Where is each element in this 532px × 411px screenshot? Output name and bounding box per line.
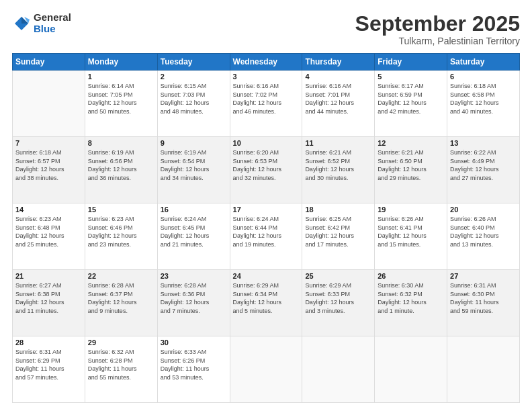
day-number: 18 xyxy=(305,205,371,214)
day-info: Sunrise: 6:28 AM Sunset: 6:37 PM Dayligh… xyxy=(88,281,154,315)
title-block: September 2025 Tulkarm, Palestinian Terr… xyxy=(355,12,520,46)
day-info: Sunrise: 6:23 AM Sunset: 6:48 PM Dayligh… xyxy=(15,215,82,248)
day-number: 26 xyxy=(378,272,444,280)
day-info: Sunrise: 6:19 AM Sunset: 6:56 PM Dayligh… xyxy=(88,148,154,182)
day-info: Sunrise: 6:28 AM Sunset: 6:36 PM Dayligh… xyxy=(161,281,227,315)
day-number: 3 xyxy=(233,73,300,81)
table-row: 18Sunrise: 6:25 AM Sunset: 6:42 PM Dayli… xyxy=(302,203,375,270)
table-row: 21Sunrise: 6:27 AM Sunset: 6:38 PM Dayli… xyxy=(13,270,85,336)
day-info: Sunrise: 6:16 AM Sunset: 7:02 PM Dayligh… xyxy=(233,82,300,116)
day-number: 14 xyxy=(15,205,82,214)
day-info: Sunrise: 6:27 AM Sunset: 6:38 PM Dayligh… xyxy=(15,281,82,315)
table-row xyxy=(13,71,85,137)
day-number: 24 xyxy=(233,272,300,280)
day-number: 28 xyxy=(15,338,82,347)
day-number: 11 xyxy=(305,139,371,147)
month-title: September 2025 xyxy=(355,12,520,36)
table-row: 8Sunrise: 6:19 AM Sunset: 6:56 PM Daylig… xyxy=(85,137,157,203)
day-number: 4 xyxy=(305,73,371,81)
header-sunday: Sunday xyxy=(13,54,85,71)
day-number: 29 xyxy=(88,338,154,347)
logo-text: General Blue xyxy=(34,12,71,34)
table-row xyxy=(447,336,520,403)
calendar-week-row: 21Sunrise: 6:27 AM Sunset: 6:38 PM Dayli… xyxy=(13,270,520,336)
header: General Blue September 2025 Tulkarm, Pal… xyxy=(12,12,520,46)
header-friday: Friday xyxy=(375,54,447,71)
day-info: Sunrise: 6:21 AM Sunset: 6:50 PM Dayligh… xyxy=(378,148,444,182)
table-row: 4Sunrise: 6:16 AM Sunset: 7:01 PM Daylig… xyxy=(302,71,375,137)
day-info: Sunrise: 6:14 AM Sunset: 7:05 PM Dayligh… xyxy=(88,82,154,116)
table-row: 5Sunrise: 6:17 AM Sunset: 6:59 PM Daylig… xyxy=(375,71,447,137)
logo-blue-text: Blue xyxy=(34,24,71,35)
day-number: 12 xyxy=(378,139,444,147)
day-number: 13 xyxy=(450,139,517,147)
day-number: 10 xyxy=(233,139,300,147)
header-tuesday: Tuesday xyxy=(157,54,230,71)
day-number: 22 xyxy=(88,272,154,280)
table-row: 30Sunrise: 6:33 AM Sunset: 6:26 PM Dayli… xyxy=(157,336,230,403)
logo-general-text: General xyxy=(34,12,71,24)
day-info: Sunrise: 6:16 AM Sunset: 7:01 PM Dayligh… xyxy=(305,82,371,116)
table-row: 20Sunrise: 6:26 AM Sunset: 6:40 PM Dayli… xyxy=(447,203,520,270)
header-thursday: Thursday xyxy=(302,54,375,71)
day-number: 16 xyxy=(161,205,227,214)
day-info: Sunrise: 6:20 AM Sunset: 6:53 PM Dayligh… xyxy=(233,148,300,182)
table-row xyxy=(302,336,375,403)
day-info: Sunrise: 6:25 AM Sunset: 6:42 PM Dayligh… xyxy=(305,215,371,248)
table-row: 1Sunrise: 6:14 AM Sunset: 7:05 PM Daylig… xyxy=(85,71,157,137)
day-number: 23 xyxy=(161,272,227,280)
day-info: Sunrise: 6:30 AM Sunset: 6:32 PM Dayligh… xyxy=(378,281,444,315)
table-row: 26Sunrise: 6:30 AM Sunset: 6:32 PM Dayli… xyxy=(375,270,447,336)
header-saturday: Saturday xyxy=(447,54,520,71)
table-row: 12Sunrise: 6:21 AM Sunset: 6:50 PM Dayli… xyxy=(375,137,447,203)
day-info: Sunrise: 6:17 AM Sunset: 6:59 PM Dayligh… xyxy=(378,82,444,116)
calendar-header-row: Sunday Monday Tuesday Wednesday Thursday… xyxy=(13,54,520,71)
table-row: 27Sunrise: 6:31 AM Sunset: 6:30 PM Dayli… xyxy=(447,270,520,336)
table-row xyxy=(230,336,302,403)
table-row: 23Sunrise: 6:28 AM Sunset: 6:36 PM Dayli… xyxy=(157,270,230,336)
day-number: 15 xyxy=(88,205,154,214)
day-info: Sunrise: 6:21 AM Sunset: 6:52 PM Dayligh… xyxy=(305,148,371,182)
table-row: 29Sunrise: 6:32 AM Sunset: 6:28 PM Dayli… xyxy=(85,336,157,403)
page: General Blue September 2025 Tulkarm, Pal… xyxy=(0,0,532,411)
day-info: Sunrise: 6:32 AM Sunset: 6:28 PM Dayligh… xyxy=(88,348,154,381)
table-row: 11Sunrise: 6:21 AM Sunset: 6:52 PM Dayli… xyxy=(302,137,375,203)
table-row: 6Sunrise: 6:18 AM Sunset: 6:58 PM Daylig… xyxy=(447,71,520,137)
table-row: 10Sunrise: 6:20 AM Sunset: 6:53 PM Dayli… xyxy=(230,137,302,203)
day-number: 5 xyxy=(378,73,444,81)
location: Tulkarm, Palestinian Territory xyxy=(355,36,520,46)
day-info: Sunrise: 6:31 AM Sunset: 6:30 PM Dayligh… xyxy=(450,281,517,315)
table-row: 17Sunrise: 6:24 AM Sunset: 6:44 PM Dayli… xyxy=(230,203,302,270)
day-number: 30 xyxy=(161,338,227,347)
calendar-week-row: 14Sunrise: 6:23 AM Sunset: 6:48 PM Dayli… xyxy=(13,203,520,270)
day-info: Sunrise: 6:24 AM Sunset: 6:45 PM Dayligh… xyxy=(161,215,227,248)
day-info: Sunrise: 6:19 AM Sunset: 6:54 PM Dayligh… xyxy=(161,148,227,182)
day-info: Sunrise: 6:29 AM Sunset: 6:34 PM Dayligh… xyxy=(233,281,300,315)
day-number: 21 xyxy=(15,272,82,280)
day-number: 8 xyxy=(88,139,154,147)
day-info: Sunrise: 6:22 AM Sunset: 6:49 PM Dayligh… xyxy=(450,148,517,182)
day-number: 27 xyxy=(450,272,517,280)
day-info: Sunrise: 6:26 AM Sunset: 6:41 PM Dayligh… xyxy=(378,215,444,248)
table-row: 15Sunrise: 6:23 AM Sunset: 6:46 PM Dayli… xyxy=(85,203,157,270)
table-row: 24Sunrise: 6:29 AM Sunset: 6:34 PM Dayli… xyxy=(230,270,302,336)
day-info: Sunrise: 6:18 AM Sunset: 6:58 PM Dayligh… xyxy=(450,82,517,116)
day-number: 1 xyxy=(88,73,154,81)
day-info: Sunrise: 6:18 AM Sunset: 6:57 PM Dayligh… xyxy=(15,148,82,182)
table-row: 2Sunrise: 6:15 AM Sunset: 7:03 PM Daylig… xyxy=(157,71,230,137)
day-number: 7 xyxy=(15,139,82,147)
calendar-table: Sunday Monday Tuesday Wednesday Thursday… xyxy=(12,53,520,403)
table-row: 28Sunrise: 6:31 AM Sunset: 6:29 PM Dayli… xyxy=(13,336,85,403)
day-number: 19 xyxy=(378,205,444,214)
table-row: 13Sunrise: 6:22 AM Sunset: 6:49 PM Dayli… xyxy=(447,137,520,203)
logo-icon xyxy=(12,14,31,33)
day-info: Sunrise: 6:23 AM Sunset: 6:46 PM Dayligh… xyxy=(88,215,154,248)
table-row xyxy=(375,336,447,403)
table-row: 19Sunrise: 6:26 AM Sunset: 6:41 PM Dayli… xyxy=(375,203,447,270)
table-row: 22Sunrise: 6:28 AM Sunset: 6:37 PM Dayli… xyxy=(85,270,157,336)
calendar-week-row: 28Sunrise: 6:31 AM Sunset: 6:29 PM Dayli… xyxy=(13,336,520,403)
header-wednesday: Wednesday xyxy=(230,54,302,71)
table-row: 25Sunrise: 6:29 AM Sunset: 6:33 PM Dayli… xyxy=(302,270,375,336)
calendar-week-row: 1Sunrise: 6:14 AM Sunset: 7:05 PM Daylig… xyxy=(13,71,520,137)
table-row: 7Sunrise: 6:18 AM Sunset: 6:57 PM Daylig… xyxy=(13,137,85,203)
